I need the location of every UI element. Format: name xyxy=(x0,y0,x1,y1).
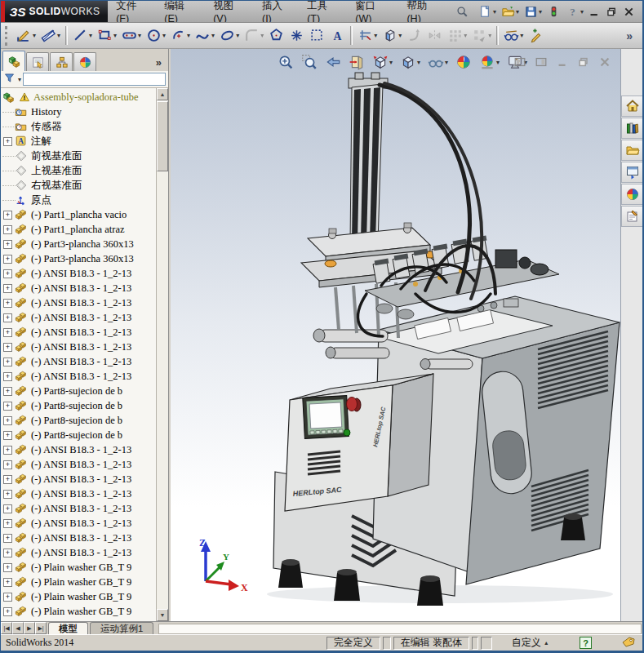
trim-entities-button[interactable]: ▾ xyxy=(355,26,380,45)
tree-item[interactable]: +(-) Part1_plancha vacio xyxy=(1,207,156,222)
pane-left-button[interactable] xyxy=(511,54,529,70)
tree-expander[interactable]: + xyxy=(3,475,12,484)
tab-nav-0[interactable]: |◀ xyxy=(1,622,12,634)
dropdown-arrow[interactable]: ▾ xyxy=(464,32,467,39)
dropdown-arrow[interactable]: ▾ xyxy=(520,32,523,39)
tree-item[interactable]: +(-) Part3-plancha 360x13 xyxy=(1,237,156,251)
search-button[interactable] xyxy=(453,3,471,20)
dropdown-arrow[interactable]: ▾ xyxy=(417,59,420,66)
tree-expander[interactable]: + xyxy=(3,358,12,366)
taskpane-view-palette-button[interactable] xyxy=(621,162,642,183)
tree-expander[interactable]: + xyxy=(3,402,12,411)
tree-filter-input[interactable] xyxy=(23,73,166,86)
tree-expander[interactable]: + xyxy=(3,284,12,293)
dropdown-arrow[interactable]: ▾ xyxy=(211,32,215,39)
dropdown-arrow[interactable]: ▾ xyxy=(389,59,393,66)
sketch-button[interactable]: ▾ xyxy=(14,26,38,45)
tree-item[interactable]: +(-) Part8-sujecion de b xyxy=(1,398,156,413)
save-button[interactable]: ▾ xyxy=(522,3,544,20)
scroll-down-button[interactable]: ▼ xyxy=(157,609,168,621)
previous-view-button[interactable] xyxy=(322,52,344,72)
tree-expander[interactable]: + xyxy=(3,299,12,308)
linear-sketch-pattern-button[interactable]: ▾ xyxy=(445,26,469,45)
window-close-button[interactable] xyxy=(620,4,637,20)
tree-item[interactable]: +(-) ANSI B18.3 - 1_2-13 xyxy=(1,295,156,310)
panel-tabs-overflow[interactable]: » xyxy=(156,56,167,71)
tree-expander[interactable]: + xyxy=(3,269,12,278)
taskpane-file-explorer-button[interactable] xyxy=(621,140,642,161)
dropdown-arrow[interactable]: ▾ xyxy=(493,8,496,16)
dropdown-arrow[interactable]: ▾ xyxy=(580,8,584,16)
tree-item[interactable]: History xyxy=(1,104,156,119)
tree-item[interactable]: +(-) Part8-sujecion de b xyxy=(1,413,156,428)
repair-sketch-button[interactable] xyxy=(526,26,546,45)
menu-item-0[interactable]: 文件(F) xyxy=(108,0,156,24)
sketch-text-button[interactable]: A xyxy=(327,26,348,45)
menu-item-2[interactable]: 视图(V) xyxy=(205,0,254,24)
apply-scene-button[interactable]: ▾ xyxy=(477,52,502,72)
tree-expander[interactable]: + xyxy=(3,431,12,440)
convert-entities-3d-button[interactable]: ▾ xyxy=(380,26,404,45)
zoom-to-fit-button[interactable] xyxy=(275,52,296,72)
tree-item[interactable]: +(-) Part3-plancha 360x13 xyxy=(1,251,156,266)
window-restore-button[interactable] xyxy=(603,4,620,20)
view-orientation-button[interactable]: ▾ xyxy=(370,52,395,72)
dropdown-arrow[interactable]: ▾ xyxy=(162,32,166,39)
toolbar-grip[interactable] xyxy=(5,26,10,46)
dropdown-arrow[interactable]: ▾ xyxy=(33,32,36,39)
tree-expander[interactable]: + xyxy=(3,137,12,146)
child-restore-button[interactable] xyxy=(575,54,593,70)
traffic-light-button[interactable] xyxy=(544,3,563,20)
dropdown-arrow[interactable]: ▾ xyxy=(113,32,117,39)
dropdown-arrow[interactable]: ▾ xyxy=(236,32,239,39)
spline-button[interactable]: ▾ xyxy=(193,26,217,45)
tree-item[interactable]: +(-) ANSI B18.3 - 1_2-13 xyxy=(1,310,156,325)
hide-show-items-button[interactable]: ▾ xyxy=(425,52,451,72)
tree-item[interactable]: +(-) ANSI B18.3 - 1_2-13 xyxy=(1,369,156,384)
taskpane-home-button[interactable] xyxy=(621,96,642,117)
tree-item[interactable]: 传感器 xyxy=(1,119,156,134)
panel-tab-displaymanager[interactable] xyxy=(73,52,96,71)
edit-appearance-button[interactable] xyxy=(453,52,474,72)
tree-item[interactable]: +(-) ANSI B18.3 - 1_2-13 xyxy=(1,472,156,486)
dropdown-arrow[interactable]: ▾ xyxy=(398,32,402,39)
tree-expander[interactable]: + xyxy=(3,549,12,557)
menu-item-5[interactable]: 窗口(W) xyxy=(347,0,398,24)
toolbar-more-button[interactable]: » xyxy=(620,29,639,42)
child-close-button[interactable] xyxy=(596,54,614,70)
tab-nav-3[interactable]: ▶| xyxy=(35,622,47,634)
dropdown-arrow[interactable]: ▾ xyxy=(187,32,190,39)
tag-icon[interactable] xyxy=(621,636,636,650)
window-minimize-button[interactable] xyxy=(586,4,603,20)
menu-item-1[interactable]: 编辑(E) xyxy=(156,0,205,24)
tab-model[interactable]: 模型 xyxy=(48,622,88,634)
pane-right-button[interactable] xyxy=(532,54,550,70)
corner-rectangle-button[interactable]: ▾ xyxy=(95,26,119,45)
filter-funnel-icon[interactable] xyxy=(3,72,16,87)
taskpane-design-library-button[interactable] xyxy=(621,118,642,139)
display-relations-button[interactable]: ▾ xyxy=(501,26,526,45)
point-button[interactable] xyxy=(286,26,307,45)
taskpane-appearances-button[interactable] xyxy=(621,184,642,205)
polygon-button[interactable] xyxy=(266,26,286,45)
tree-item[interactable]: +(-) ANSI B18.3 - 1_2-13 xyxy=(1,531,156,545)
straight-slot-button[interactable]: ▾ xyxy=(119,26,144,45)
tree-item[interactable]: 前视基准面 xyxy=(1,149,156,163)
menu-item-4[interactable]: 工具(T) xyxy=(299,0,347,24)
tree-expander[interactable]: + xyxy=(3,372,12,381)
dropdown-arrow[interactable]: ▾ xyxy=(89,32,92,39)
new-document-button[interactable]: ▾ xyxy=(476,3,499,20)
tree-expander[interactable]: + xyxy=(3,225,12,234)
tree-item[interactable]: +(-) Part1_plancha atraz xyxy=(1,222,156,237)
filter-dropdown-arrow[interactable]: ▾ xyxy=(18,76,21,83)
sketch-fillet-button[interactable]: ▾ xyxy=(242,26,266,45)
centerpoint-arc-button[interactable]: ▾ xyxy=(168,26,193,45)
tree-item[interactable]: +(-) ANSI B18.3 - 1_2-13 xyxy=(1,516,156,531)
tree-expander[interactable]: + xyxy=(3,490,12,499)
tree-item[interactable]: +(-) ANSI B18.3 - 1_2-13 xyxy=(1,266,156,281)
tree-expander[interactable]: + xyxy=(3,240,12,249)
tree-item[interactable]: +(-) Part8-sujecion de b xyxy=(1,428,156,442)
tree-expander[interactable]: + xyxy=(3,211,12,220)
tree-expander[interactable]: + xyxy=(3,343,12,352)
tab-nav-2[interactable]: ▶ xyxy=(24,622,35,634)
